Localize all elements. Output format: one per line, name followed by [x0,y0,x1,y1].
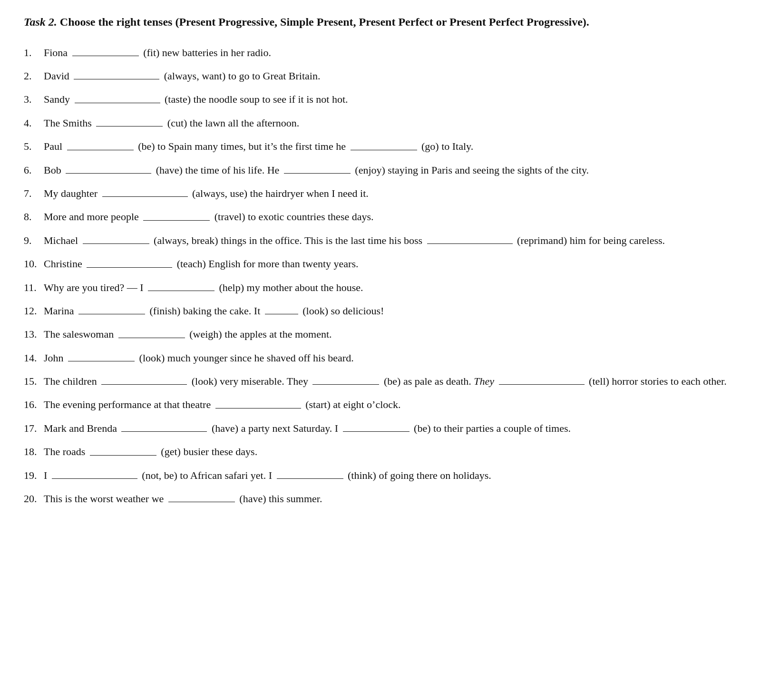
answer-blank[interactable] [215,396,301,408]
answer-blank[interactable] [427,232,513,244]
answer-blank[interactable] [121,419,207,432]
list-item: 12.Marina (finish) baking the cake. It (… [24,302,737,320]
item-content: Michael (always, break) things in the of… [44,232,737,249]
answer-blank[interactable] [87,255,172,267]
answer-blank[interactable] [102,185,188,197]
list-item: 11.Why are you tired? — I (help) my moth… [24,279,737,296]
item-content: The roads (get) busier these days. [44,443,737,460]
item-content: Why are you tired? — I (help) my mother … [44,279,737,296]
task-heading: Task 2. Choose the right tenses (Present… [24,14,737,30]
item-content: More and more people (travel) to exotic … [44,208,737,225]
item-content: Bob (have) the time of his life. He (enj… [44,161,737,179]
item-number: 16. [24,396,44,413]
item-number: 18. [24,443,44,460]
list-item: 18.The roads (get) busier these days. [24,443,737,460]
item-content: The saleswoman (weigh) the apples at the… [44,325,737,343]
item-number: 3. [24,90,44,108]
answer-blank[interactable] [143,208,210,220]
list-item: 3.Sandy (taste) the noodle soup to see i… [24,90,737,108]
task-title: Choose the right tenses (Present Progres… [60,16,589,28]
item-number: 6. [24,161,44,179]
item-content: Fiona (fit) new batteries in her radio. [44,44,737,61]
exercise-list: 1.Fiona (fit) new batteries in her radio… [24,44,737,508]
item-content: John (look) much younger since he shaved… [44,349,737,367]
answer-blank[interactable] [343,419,410,432]
item-number: 7. [24,185,44,202]
list-item: 7.My daughter (always, use) the hairdrye… [24,185,737,202]
answer-blank[interactable] [72,44,139,56]
item-content: The Smiths (cut) the lawn all the aftern… [44,114,737,132]
list-item: 19.I (not, be) to African safari yet. I … [24,467,737,484]
answer-blank[interactable] [148,279,215,291]
item-number: 8. [24,208,44,225]
answer-blank[interactable] [67,137,134,150]
item-content: Sandy (taste) the noodle soup to see if … [44,90,737,108]
list-item: 13.The saleswoman (weigh) the apples at … [24,325,737,343]
answer-blank[interactable] [351,137,417,150]
answer-blank[interactable] [499,372,585,385]
answer-blank[interactable] [265,302,298,314]
answer-blank[interactable] [90,443,156,455]
item-number: 9. [24,232,44,249]
item-number: 11. [24,279,44,296]
item-number: 19. [24,467,44,484]
list-item: 14.John (look) much younger since he sha… [24,349,737,367]
list-item: 9.Michael (always, break) things in the … [24,232,737,249]
item-number: 17. [24,419,44,437]
list-item: 1.Fiona (fit) new batteries in her radio… [24,44,737,61]
italic-text: They [474,375,494,387]
answer-blank[interactable] [74,67,159,79]
item-content: Mark and Brenda (have) a party next Satu… [44,419,737,437]
item-content: Paul (be) to Spain many times, but it’s … [44,137,737,155]
list-item: 2.David (always, want) to go to Great Br… [24,67,737,85]
item-number: 14. [24,349,44,367]
item-number: 20. [24,490,44,507]
answer-blank[interactable] [68,349,135,361]
answer-blank[interactable] [78,302,145,314]
item-content: My daughter (always, use) the hairdryer … [44,185,737,202]
item-number: 12. [24,302,44,320]
answer-blank[interactable] [96,114,163,126]
item-number: 15. [24,372,44,390]
item-number: 5. [24,137,44,155]
item-content: The evening performance at that theatre … [44,396,737,413]
list-item: 6.Bob (have) the time of his life. He (e… [24,161,737,179]
answer-blank[interactable] [277,467,343,479]
list-item: 20.This is the worst weather we (have) t… [24,490,737,507]
item-content: David (always, want) to go to Great Brit… [44,67,737,85]
list-item: 16.The evening performance at that theat… [24,396,737,413]
item-number: 13. [24,325,44,343]
task-label: Task 2. [24,16,57,28]
answer-blank[interactable] [52,467,137,479]
answer-blank[interactable] [66,161,151,174]
item-content: Christine (teach) English for more than … [44,255,737,272]
list-item: 15.The children (look) very miserable. T… [24,372,737,390]
item-number: 2. [24,67,44,85]
answer-blank[interactable] [75,90,160,103]
item-number: 4. [24,114,44,132]
list-item: 8.More and more people (travel) to exoti… [24,208,737,225]
list-item: 17.Mark and Brenda (have) a party next S… [24,419,737,437]
list-item: 4.The Smiths (cut) the lawn all the afte… [24,114,737,132]
answer-blank[interactable] [83,232,149,244]
item-number: 1. [24,44,44,61]
answer-blank[interactable] [101,372,187,385]
list-item: 10.Christine (teach) English for more th… [24,255,737,272]
answer-blank[interactable] [168,490,235,502]
answer-blank[interactable] [118,325,185,338]
answer-blank[interactable] [312,372,379,385]
item-number: 10. [24,255,44,272]
answer-blank[interactable] [284,161,351,174]
item-content: I (not, be) to African safari yet. I (th… [44,467,737,484]
item-content: The children (look) very miserable. They… [44,372,737,390]
list-item: 5.Paul (be) to Spain many times, but it’… [24,137,737,155]
item-content: Marina (finish) baking the cake. It (loo… [44,302,737,320]
item-content: This is the worst weather we (have) this… [44,490,737,507]
